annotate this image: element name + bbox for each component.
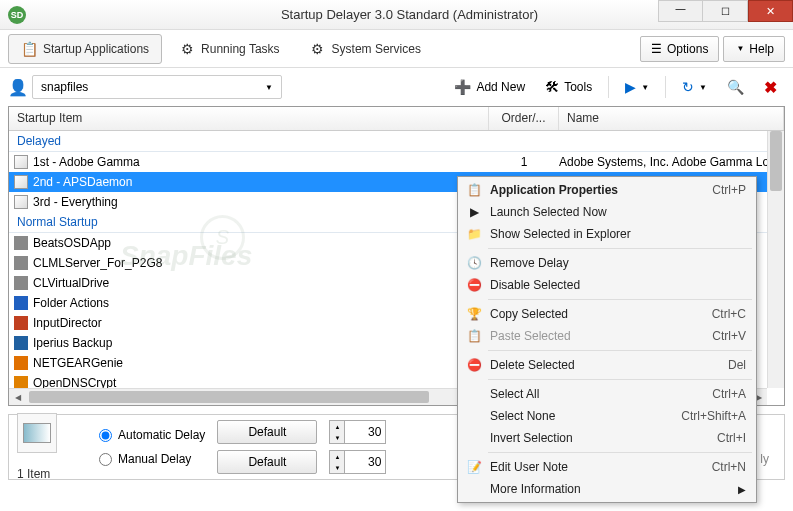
menu-item-delete-selected[interactable]: ⛔Delete SelectedDel bbox=[460, 354, 754, 376]
menu-label: More Information bbox=[490, 482, 581, 496]
refresh-icon: ↻ bbox=[682, 79, 694, 95]
item-preview-icon bbox=[17, 413, 57, 453]
spinner-input[interactable] bbox=[345, 455, 385, 469]
tab-system-services[interactable]: ⚙ System Services bbox=[297, 34, 434, 64]
scrollbar-thumb[interactable] bbox=[29, 391, 429, 403]
spinner-input[interactable] bbox=[345, 425, 385, 439]
menu-label: Paste Selected bbox=[490, 329, 571, 343]
menu-item-paste-selected: 📋Paste SelectedCtrl+V bbox=[460, 325, 754, 347]
radio-label: Manual Delay bbox=[118, 452, 191, 466]
menu-item-disable-selected[interactable]: ⛔Disable Selected bbox=[460, 274, 754, 296]
options-button[interactable]: ☰ Options bbox=[640, 36, 719, 62]
app-icon bbox=[13, 375, 29, 388]
menu-shortcut: Ctrl+C bbox=[712, 307, 746, 321]
spin-down-icon[interactable]: ▼ bbox=[330, 462, 344, 473]
spinner-1[interactable]: ▲▼ bbox=[329, 420, 386, 444]
app-icon bbox=[13, 235, 29, 251]
radio-input[interactable] bbox=[99, 453, 112, 466]
column-order[interactable]: Order/... bbox=[489, 107, 559, 130]
app-icon bbox=[13, 255, 29, 271]
tab-running-tasks[interactable]: ⚙ Running Tasks bbox=[166, 34, 293, 64]
tab-startup-applications[interactable]: 📋 Startup Applications bbox=[8, 34, 162, 64]
close-panel-button[interactable]: ✖ bbox=[756, 78, 785, 97]
radio-label: Automatic Delay bbox=[118, 428, 205, 442]
menu-separator bbox=[488, 350, 752, 351]
menu-item-invert-selection[interactable]: Invert SelectionCtrl+I bbox=[460, 427, 754, 449]
play-icon: ▶ bbox=[466, 204, 482, 220]
tab-label: System Services bbox=[332, 42, 421, 56]
item-label: CLMLServer_For_P2G8 bbox=[33, 256, 489, 270]
column-startup-item[interactable]: Startup Item bbox=[9, 107, 489, 130]
running-icon: ⚙ bbox=[179, 41, 195, 57]
menu-label: Launch Selected Now bbox=[490, 205, 607, 219]
menu-item-copy-selected[interactable]: 🏆Copy SelectedCtrl+C bbox=[460, 303, 754, 325]
app-icon bbox=[13, 174, 29, 190]
item-label: NETGEARGenie bbox=[33, 356, 489, 370]
titlebar: SD Startup Delayer 3.0 Standard (Adminis… bbox=[0, 0, 793, 30]
help-button[interactable]: ▼ Help bbox=[723, 36, 785, 62]
play-button[interactable]: ▶▼ bbox=[617, 74, 657, 100]
menu-item-show-selected-in-explorer[interactable]: 📁Show Selected in Explorer bbox=[460, 223, 754, 245]
radio-input[interactable] bbox=[99, 429, 112, 442]
menu-shortcut: Ctrl+I bbox=[717, 431, 746, 445]
column-name[interactable]: Name bbox=[559, 107, 784, 130]
spin-down-icon[interactable]: ▼ bbox=[330, 432, 344, 443]
add-new-label: Add New bbox=[476, 80, 525, 94]
menu-separator bbox=[488, 452, 752, 453]
tools-button[interactable]: 🛠 Tools bbox=[537, 74, 600, 100]
group-delayed[interactable]: Delayed bbox=[9, 131, 784, 152]
delete-icon: ⛔ bbox=[466, 357, 482, 373]
spin-up-icon[interactable]: ▲ bbox=[330, 421, 344, 432]
startup-icon: 📋 bbox=[21, 41, 37, 57]
menu-shortcut: Ctrl+P bbox=[712, 183, 746, 197]
list-row[interactable]: 1st - Adobe Gamma1Adobe Systems, Inc. Ad… bbox=[9, 152, 784, 172]
menu-separator bbox=[488, 379, 752, 380]
item-label: InputDirector bbox=[33, 316, 489, 330]
add-new-button[interactable]: ➕ Add New bbox=[446, 74, 533, 100]
tools-icon: 🛠 bbox=[545, 79, 559, 95]
user-dropdown[interactable]: snapfiles ▼ bbox=[32, 75, 282, 99]
plus-icon: ➕ bbox=[454, 79, 471, 95]
menu-item-select-all[interactable]: Select AllCtrl+A bbox=[460, 383, 754, 405]
menu-item-more-information[interactable]: More Information▶ bbox=[460, 478, 754, 500]
menu-item-launch-selected-now[interactable]: ▶Launch Selected Now bbox=[460, 201, 754, 223]
menu-label: Delete Selected bbox=[490, 358, 575, 372]
item-label: CLVirtualDrive bbox=[33, 276, 489, 290]
maximize-button[interactable] bbox=[703, 0, 748, 22]
menu-label: Select All bbox=[490, 387, 539, 401]
separator bbox=[665, 76, 666, 98]
menu-shortcut: Ctrl+V bbox=[712, 329, 746, 343]
list-header: Startup Item Order/... Name bbox=[9, 107, 784, 131]
disable-icon: ⛔ bbox=[466, 277, 482, 293]
spinner-2[interactable]: ▲▼ bbox=[329, 450, 386, 474]
item-label: 1st - Adobe Gamma bbox=[33, 155, 489, 169]
menu-shortcut: Del bbox=[728, 358, 746, 372]
menu-label: Edit User Note bbox=[490, 460, 568, 474]
app-icon bbox=[13, 335, 29, 351]
tab-label: Startup Applications bbox=[43, 42, 149, 56]
delay-mode-radios: Automatic Delay Manual Delay bbox=[99, 428, 205, 466]
search-button[interactable]: 🔍 bbox=[719, 74, 752, 100]
vertical-scrollbar[interactable] bbox=[767, 131, 784, 388]
menu-label: Application Properties bbox=[490, 183, 618, 197]
options-label: Options bbox=[667, 42, 708, 56]
default-button-2[interactable]: Default bbox=[217, 450, 317, 474]
default-button-1[interactable]: Default bbox=[217, 420, 317, 444]
menu-item-select-none[interactable]: Select NoneCtrl+Shift+A bbox=[460, 405, 754, 427]
apply-fragment: ly bbox=[760, 452, 769, 466]
radio-manual-delay[interactable]: Manual Delay bbox=[99, 452, 205, 466]
radio-automatic-delay[interactable]: Automatic Delay bbox=[99, 428, 205, 442]
scrollbar-thumb[interactable] bbox=[770, 131, 782, 191]
play-icon: ▶ bbox=[625, 79, 636, 95]
menu-item-remove-delay[interactable]: 🕓Remove Delay bbox=[460, 252, 754, 274]
spin-up-icon[interactable]: ▲ bbox=[330, 451, 344, 462]
item-count: 1 Item bbox=[17, 467, 50, 481]
refresh-button[interactable]: ↻▼ bbox=[674, 74, 715, 100]
app-icon bbox=[13, 154, 29, 170]
scroll-left-icon[interactable]: ◀ bbox=[9, 389, 26, 405]
close-button[interactable] bbox=[748, 0, 793, 22]
menu-shortcut: Ctrl+A bbox=[712, 387, 746, 401]
menu-item-edit-user-note[interactable]: 📝Edit User NoteCtrl+N bbox=[460, 456, 754, 478]
minimize-button[interactable] bbox=[658, 0, 703, 22]
menu-item-application-properties[interactable]: 📋Application PropertiesCtrl+P bbox=[460, 179, 754, 201]
